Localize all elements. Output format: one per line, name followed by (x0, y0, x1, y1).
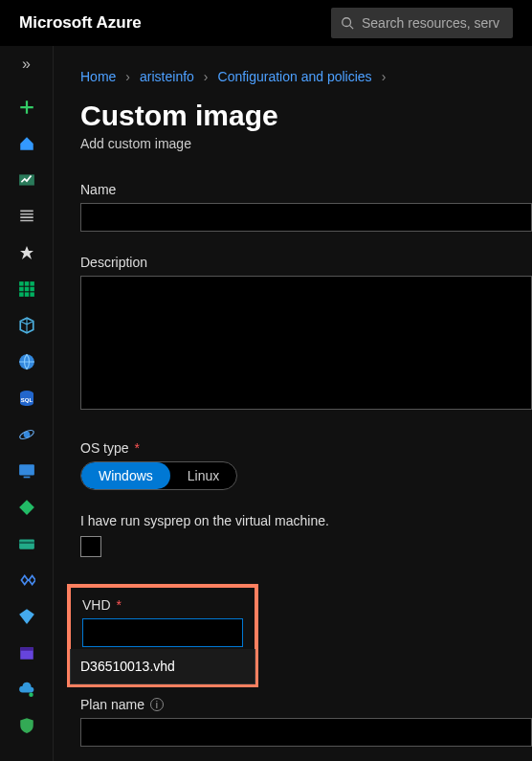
svg-rect-10 (24, 292, 29, 297)
sidebar: » SQL (0, 46, 54, 761)
required-asterisk: * (117, 597, 122, 613)
cloud-icon[interactable] (17, 680, 36, 699)
breadcrumb-resource[interactable]: aristeinfo (140, 69, 194, 84)
svg-rect-3 (19, 281, 24, 286)
svg-rect-11 (30, 292, 34, 297)
name-label: Name (80, 182, 532, 197)
list-icon[interactable] (17, 207, 36, 226)
svg-rect-22 (20, 647, 33, 650)
chevron-right-icon: › (382, 69, 387, 84)
svg-rect-5 (30, 281, 34, 286)
topbar: Microsoft Azure Search resources, serv (0, 0, 532, 46)
home-icon[interactable] (17, 134, 36, 153)
vhd-input[interactable] (82, 618, 243, 647)
chevron-right-icon: › (204, 69, 209, 84)
sql-icon[interactable]: SQL (17, 389, 36, 408)
svg-point-0 (343, 18, 351, 27)
os-linux-button[interactable]: Linux (170, 462, 236, 489)
breadcrumb-home[interactable]: Home (80, 69, 116, 84)
global-search[interactable]: Search resources, serv (331, 8, 513, 38)
expand-sidebar-icon[interactable]: » (22, 56, 31, 73)
vhd-dropdown-option[interactable]: D36510013.vhd (70, 649, 255, 684)
svg-rect-9 (19, 292, 24, 297)
cube-icon[interactable] (17, 316, 36, 335)
plan-name-input[interactable] (80, 718, 532, 747)
security-icon[interactable] (17, 716, 36, 735)
grid-icon[interactable] (17, 280, 36, 299)
svg-rect-4 (24, 281, 29, 286)
search-icon (341, 16, 354, 30)
description-input[interactable] (80, 276, 532, 410)
svg-rect-7 (24, 287, 29, 292)
info-icon[interactable]: i (150, 698, 164, 711)
page-subtitle: Add custom image (80, 136, 532, 151)
globe-icon[interactable] (17, 352, 36, 371)
breadcrumb: Home › aristeinfo › Configuration and po… (80, 69, 532, 84)
svg-rect-19 (19, 540, 34, 549)
search-placeholder: Search resources, serv (362, 15, 499, 31)
advisor-icon[interactable] (17, 498, 36, 517)
svg-rect-8 (30, 287, 34, 292)
breadcrumb-config[interactable]: Configuration and policies (218, 69, 372, 84)
chevron-right-icon: › (125, 69, 130, 84)
svg-rect-20 (19, 542, 34, 544)
monitor-icon[interactable] (17, 461, 36, 481)
star-icon[interactable] (17, 243, 36, 262)
svg-rect-17 (19, 464, 34, 475)
os-type-toggle: Windows Linux (80, 461, 237, 490)
svg-point-23 (29, 692, 33, 697)
os-type-label: OS type * (80, 440, 532, 456)
os-windows-button[interactable]: Windows (81, 462, 170, 489)
required-asterisk: * (135, 440, 140, 456)
svg-text:SQL: SQL (20, 397, 33, 403)
add-icon[interactable] (17, 98, 36, 117)
logo: Microsoft Azure (19, 13, 142, 33)
cosmos-icon[interactable] (17, 425, 36, 444)
vhd-highlight: VHD * D36510013.vhd (67, 584, 258, 687)
svg-rect-18 (23, 477, 30, 479)
billing-icon[interactable] (17, 534, 36, 553)
svg-line-1 (350, 26, 354, 30)
sysprep-checkbox[interactable] (80, 536, 101, 557)
devops-icon[interactable] (17, 571, 36, 590)
page-title: Custom image (80, 100, 532, 132)
diamond-icon[interactable] (17, 607, 36, 626)
dashboard-icon[interactable] (17, 170, 36, 190)
vhd-label: VHD * (82, 597, 243, 613)
description-label: Description (80, 255, 532, 270)
svg-rect-6 (19, 287, 24, 292)
plan-name-label: Plan name i (80, 697, 532, 712)
name-input[interactable] (80, 203, 532, 232)
main-content: Home › aristeinfo › Configuration and po… (54, 46, 532, 761)
sysprep-label: I have run sysprep on the virtual machin… (80, 513, 532, 528)
calendar-icon[interactable] (17, 643, 36, 662)
